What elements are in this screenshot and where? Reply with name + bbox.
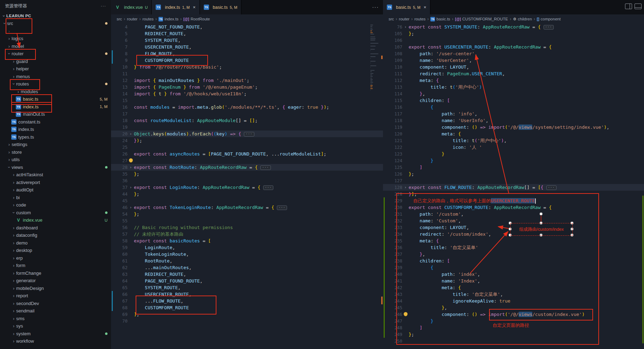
code-line-128[interactable]: 128›export const FLOW_ROUTE: AppRouteRec… [383,184,644,191]
code-line-62[interactable]: 62 ...mainOutRoutes, [111,264,383,271]
code-line-109[interactable]: 109 name: 'UserCenter', [383,57,644,64]
tree-item-form[interactable]: ›form [0,262,111,269]
close-icon[interactable]: × [424,5,427,10]
code-line-243[interactable]: 243 title: '自定义菜单', [383,291,644,298]
code-line-70[interactable]: 70 [111,318,383,324]
code-line-126[interactable]: 126}; [383,171,644,177]
code-line-230[interactable]: 230export const CUSTOMFORM_ROUTE: AppRou… [383,204,644,211]
code-line-123[interactable]: 123 } [383,151,644,157]
tree-item-sms[interactable]: ›sms [0,315,111,323]
tree-item-code[interactable]: ›code [0,201,111,209]
tree-item-erp[interactable]: ›erp [0,254,111,262]
code-line-56[interactable]: 56// Basic routing without permissions [111,224,383,231]
code-line-247[interactable]: 247 } [383,318,644,324]
code-line-66[interactable]: 66 USERCENTER_ROUTE, [111,291,383,298]
code-line-244[interactable]: 244 ignoreKeepAlive: true [383,298,644,304]
code-line-124[interactable]: 124 } [383,157,644,164]
code-line-239[interactable]: 239 { [383,264,644,271]
folded-region-badge[interactable]: ··· [260,165,271,170]
code-line-7[interactable]: 7 USERCENTER_ROUTE, [111,44,383,50]
code-line-228[interactable]: 228}]; [383,191,644,197]
tree-item-basic.ts[interactable]: TSbasic.ts5, M [0,95,111,103]
code-line-121[interactable]: 121 title: t('用户中心'), [383,137,644,144]
code-line-24[interactable]: 24}); [111,137,383,144]
split-editor-icon[interactable] [625,4,632,9]
tab-basic.ts[interactable]: TSbasic.ts5, M× [383,0,430,14]
code-line-57[interactable]: 57// 未经许可的基本路由 [111,231,383,237]
code-line-25[interactable]: 25 [111,144,383,151]
tree-item-helper[interactable]: ›helper [0,65,111,73]
code-line-20[interactable]: 20›Object.keys(modules).forEach((key) =>… [111,131,383,137]
tree-item-logics[interactable]: ›logics [0,35,111,43]
code-line-118[interactable]: 118 name: 'UserInfo', [383,117,644,124]
code-line-5[interactable]: 5 REDIRECT_ROUTE, [111,30,383,37]
code-line-13[interactable]: 13import { PageEnum } from '/@/enums/pag… [111,84,383,90]
folded-region-badge[interactable]: ··· [277,205,287,210]
more-actions-icon[interactable]: ··· [372,4,383,11]
code-line-6[interactable]: 6 SYSTEM_ROUTE, [111,37,383,44]
code-line-60[interactable]: 60 TokenLoginRoute, [111,251,383,258]
code-line-15[interactable]: 15 [111,97,383,104]
tree-item-model[interactable]: ›model [0,43,111,50]
code-line-250[interactable]: 250 [383,338,644,344]
tree-item-views[interactable]: ›views [0,164,111,171]
tree-item-auditOpt[interactable]: ›auditOpt [0,186,111,194]
tree-item-index.ts[interactable]: TSindex.ts [0,126,111,133]
code-line-115[interactable]: 115 children: [ [383,97,644,104]
folded-region-badge[interactable]: ··· [263,185,273,190]
tree-item-sys[interactable]: ›sys [0,322,111,330]
tab-index.vue[interactable]: Vindex.vueU [111,0,152,14]
code-line-106[interactable]: 106 [383,37,644,44]
code-line-9[interactable]: 9 CUSTOMFORM_ROUTE [111,57,383,64]
code-line-248[interactable]: 248 ] [383,324,644,331]
fold-chevron-icon[interactable]: › [128,185,134,190]
code-line-35[interactable]: 35}; [111,171,383,177]
tree-item-settings[interactable]: ›settings [0,141,111,148]
tree-item-sendmail[interactable]: ›sendmail [0,307,111,315]
breadcrumb-item-router[interactable]: router [127,17,137,21]
tree-item-constant.ts[interactable]: TSconstant.ts [0,118,111,126]
breadcrumb-item-src[interactable]: src [389,17,394,21]
tree-item-menus[interactable]: ›menus [0,73,111,81]
code-line-122[interactable]: 122 icon: '人 ' [383,144,644,151]
breadcrumb-item-src[interactable]: src [117,17,122,21]
code-line-108[interactable]: 108 path: '/user-center', [383,50,644,57]
code-line-16[interactable]: 16const modules = import.meta.glob('./mo… [111,104,383,110]
code-line-37[interactable]: 37›export const LoginRoute: AppRouteReco… [111,184,383,191]
folded-region-badge[interactable]: ··· [244,132,254,137]
code-line-127[interactable]: 127 [383,177,644,184]
fold-chevron-icon[interactable]: › [402,25,409,29]
code-line-28[interactable]: 28›export const RootRoute: AppRouteRecor… [111,164,383,171]
code-line-8[interactable]: 8 FLOW_ROUTE, [111,50,383,57]
code-line-18[interactable]: 18const routeModuleList: AppRouteModule[… [111,117,383,124]
fold-chevron-icon[interactable]: › [402,185,409,190]
tree-item-dashboard[interactable]: ›dashboard [0,224,111,232]
tree-item-workflow[interactable]: ›workflow [0,337,111,345]
tree-item-routes[interactable]: ›routes [0,80,111,88]
layout-icon[interactable] [635,4,642,9]
code-line-110[interactable]: 110 component: LAYOUT, [383,64,644,70]
tree-item-router[interactable]: ›router [0,50,111,58]
tree-item-store[interactable]: ›store [0,148,111,156]
code-line-12[interactable]: 12import { mainOutRoutes } from './mainO… [111,77,383,84]
lightbulb-icon[interactable] [404,312,408,316]
folded-region-badge[interactable]: ··· [546,185,557,190]
tab-index.ts[interactable]: TSindex.ts1, M× [152,0,200,14]
code-line-17[interactable]: 17 [111,110,383,117]
code-line-68[interactable]: 68 CUSTOMFORM_ROUTE [111,304,383,311]
code-line-46[interactable]: 46›export const TokenLoginRoute: AppRout… [111,204,383,211]
tree-item-index.vue[interactable]: Vindex.vueU [0,216,111,224]
code-line-229[interactable]: 229 [383,197,644,204]
code-line-26[interactable]: 26export const asyncRoutes = [PAGE_NOT_F… [111,151,383,157]
code-line-231[interactable]: 231 path: '/custom', [383,211,644,217]
code-line-10[interactable]: 10} from '/@/router/routes/basic'; [111,64,383,70]
lightbulb-icon[interactable] [129,158,133,162]
code-line-55[interactable]: 55 [111,217,383,224]
code-line-234[interactable]: 234 redirect: '/custom/index', [383,231,644,237]
code-line-240[interactable]: 240 path: 'index', [383,271,644,278]
code-line-119[interactable]: 119 component: () => import('/@/views/sy… [383,124,644,131]
code-line-120[interactable]: 120 meta: { [383,131,644,137]
breadcrumb-item-routes[interactable]: routes [414,17,425,21]
breadcrumb-item-RootRoute[interactable]: [@]RootRoute [183,17,210,21]
code-line-236[interactable]: 236 title: '自定义菜单' [383,244,644,251]
